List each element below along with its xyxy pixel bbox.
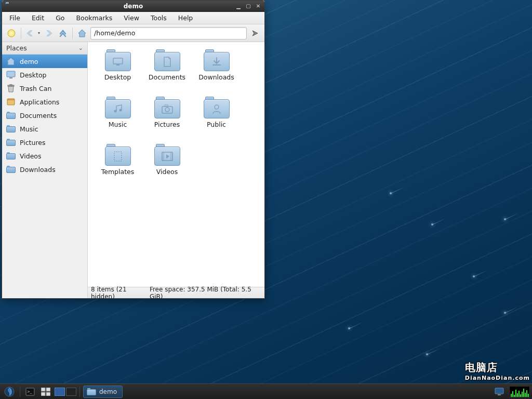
place-label: Trash Can [20,85,51,92]
folder-icon [105,144,131,166]
svg-text:>_: >_ [27,390,32,394]
place-label: Downloads [20,166,56,174]
folder-pictures[interactable]: Pictures [142,97,192,128]
go-button[interactable] [249,27,261,39]
menu-view[interactable]: View [118,12,144,23]
task-label: demo [99,388,117,395]
desktop-icon [6,71,16,79]
back-button[interactable] [24,27,37,39]
trash-icon [6,85,16,92]
minimize-button[interactable]: ▁ [234,3,243,10]
show-desktop-button[interactable] [39,385,52,398]
start-menu-button[interactable] [2,385,17,398]
places-label: Places [6,44,27,52]
menu-go[interactable]: Go [50,12,70,23]
folder-icon [87,388,96,395]
taskbar: >_ demo [0,383,532,399]
status-bar: 8 items (21 hidden) Free space: 357.5 Mi… [88,287,264,298]
folder-documents[interactable]: Documents [142,49,192,81]
svg-rect-8 [113,58,123,64]
folder-label: Pictures [154,121,180,128]
menu-bookmarks[interactable]: Bookmarks [71,12,117,23]
svg-point-1 [10,32,13,35]
folder-icon [105,49,131,71]
svg-rect-26 [41,392,45,396]
place-label: Desktop [20,71,47,79]
place-label: Documents [20,112,57,119]
place-label: Music [20,125,38,133]
folder-public[interactable]: Public [192,97,241,128]
place-videos[interactable]: Videos [2,149,87,163]
folder-icon [5,2,14,10]
place-label: Pictures [20,139,46,147]
svg-rect-2 [7,71,15,77]
titlebar[interactable]: demo ▁ ▢ ✕ [2,1,264,12]
menu-help[interactable]: Help [173,12,198,23]
folder-downloads[interactable]: Downloads [192,49,241,81]
place-label: Applications [20,98,59,106]
path-input[interactable]: /home/demo [90,27,247,39]
folder-videos[interactable]: Videos [142,144,192,176]
place-music[interactable]: Music [2,122,87,136]
folder-label: Documents [149,73,185,81]
file-manager-window: demo ▁ ▢ ✕ File Edit Go Bookmarks View T… [2,0,265,299]
svg-rect-16 [114,152,122,161]
folder-label: Downloads [198,73,234,81]
folder-label: Public [207,121,226,128]
workspace-pager[interactable] [55,388,76,396]
place-downloads[interactable]: Downloads [2,163,87,176]
home-button[interactable] [76,27,88,39]
svg-rect-28 [495,388,503,394]
folder-label: Videos [156,168,178,176]
svg-rect-3 [9,77,12,78]
place-desktop[interactable]: Desktop [2,68,87,82]
close-button[interactable]: ✕ [254,3,262,10]
folder-label: Desktop [104,73,131,81]
folder-music[interactable]: Music [93,97,142,128]
folder-icon [154,49,180,71]
places-header[interactable]: Places ⌄ [2,42,87,55]
place-documents[interactable]: Documents [2,109,87,122]
maximize-button[interactable]: ▢ [244,3,252,10]
svg-rect-27 [46,392,50,396]
place-trash-can[interactable]: Trash Can [2,82,87,95]
folder-templates[interactable]: Templates [93,144,142,176]
new-tab-button[interactable] [5,27,18,39]
folder-icon [204,49,230,71]
folder-icon [6,139,16,147]
svg-rect-29 [498,394,501,395]
folder-icon [154,97,180,118]
status-free-space: Free space: 357.5 MiB (Total: 5.5 GiB) [150,286,261,300]
svg-rect-9 [116,64,119,65]
watermark: 电脑店 DianNaoDian.com [465,361,530,381]
terminal-launcher[interactable]: >_ [23,385,37,398]
svg-rect-24 [41,388,45,391]
back-history-dropdown[interactable]: ▾ [38,31,40,35]
svg-rect-25 [46,388,50,391]
folder-view[interactable]: DesktopDocumentsDownloadsMusicPicturesPu… [88,42,264,287]
tray-display-icon[interactable] [493,385,506,398]
forward-button[interactable] [42,27,55,39]
menu-edit[interactable]: Edit [26,12,49,23]
up-button[interactable] [57,27,69,39]
places-sidebar: Places ⌄ demoDesktopTrash CanApplication… [2,42,88,298]
folder-icon [6,112,16,119]
place-demo[interactable]: demo [2,55,87,68]
folder-label: Music [109,121,127,128]
workspace-1[interactable] [55,388,65,396]
folder-icon [105,97,131,118]
svg-rect-13 [165,105,168,107]
menu-file[interactable]: File [4,12,25,23]
tray-cpu-graph[interactable] [509,386,530,397]
place-applications[interactable]: Applications [2,95,87,109]
svg-point-15 [215,105,219,109]
workspace-2[interactable] [66,388,76,396]
taskbar-task-demo[interactable]: demo [83,385,123,398]
place-label: demo [20,58,38,65]
place-pictures[interactable]: Pictures [2,136,87,149]
place-label: Videos [20,152,42,160]
svg-point-11 [119,109,122,111]
folder-label: Templates [101,168,135,176]
menu-tools[interactable]: Tools [145,12,172,23]
folder-desktop[interactable]: Desktop [93,49,142,81]
